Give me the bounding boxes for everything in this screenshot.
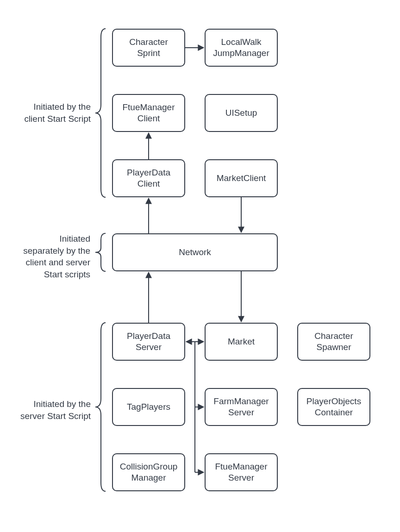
node-playerdata-client: PlayerDataClient	[112, 159, 185, 197]
node-localwalk-jumpmanager: LocalWalkJumpManager	[205, 29, 278, 67]
node-network: Network	[112, 233, 278, 271]
node-market-client: MarketClient	[205, 159, 278, 197]
node-collisiongroup-manager: CollisionGroupManager	[112, 453, 185, 491]
node-playerdata-server: PlayerDataServer	[112, 323, 185, 361]
node-playerobjects-container: PlayerObjectsContainer	[297, 388, 370, 426]
label-network-section: Initiatedseparately by theclient and ser…	[14, 233, 90, 281]
label-client-section: Initiated by theclient Start Script	[1, 101, 91, 125]
node-character-sprint: CharacterSprint	[112, 29, 185, 67]
node-uisetup: UISetup	[205, 94, 278, 132]
diagram-canvas: Initiated by theclient Start Script Init…	[0, 0, 400, 532]
node-character-spawner: CharacterSpawner	[297, 323, 370, 361]
node-ftuemanager-client: FtueManagerClient	[112, 94, 185, 132]
node-tagplayers: TagPlayers	[112, 388, 185, 426]
node-farmmanager-server: FarmManagerServer	[205, 388, 278, 426]
node-ftuemanager-server: FtueManagerServer	[205, 453, 278, 491]
label-server-section: Initiated by theserver Start Script	[1, 398, 91, 422]
node-market: Market	[205, 323, 278, 361]
